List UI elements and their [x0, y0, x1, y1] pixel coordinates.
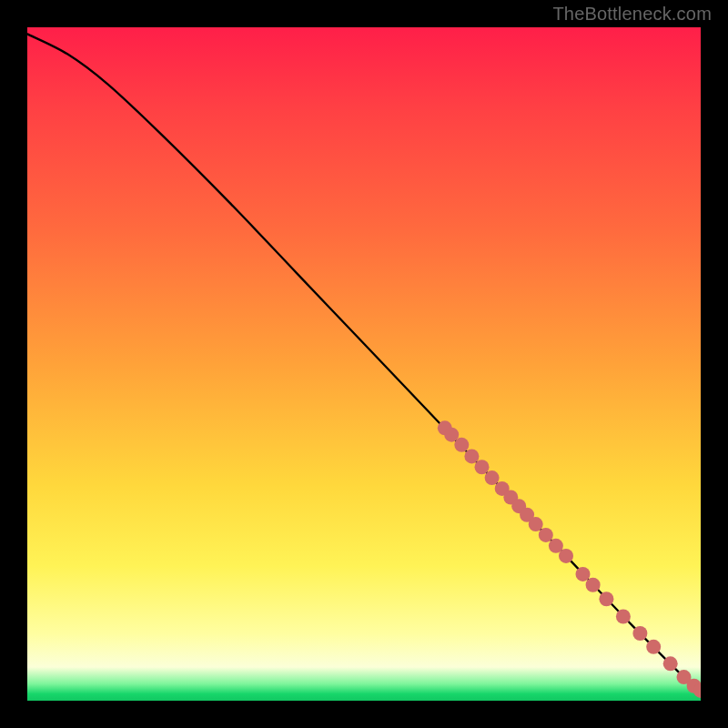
watermark-text: TheBottleneck.com: [552, 4, 712, 25]
data-point: [475, 460, 490, 474]
data-point: [663, 656, 678, 671]
data-point: [539, 528, 553, 542]
data-point: [454, 438, 469, 452]
data-point: [559, 549, 573, 563]
data-point: [464, 449, 479, 463]
plot-area: [27, 27, 701, 701]
chart-svg: [27, 27, 701, 701]
data-point: [586, 578, 601, 592]
data-point: [485, 470, 500, 485]
data-point: [646, 640, 661, 654]
bottleneck-curve: [27, 34, 701, 693]
data-point: [616, 610, 631, 624]
data-point: [576, 567, 591, 581]
data-point: [599, 592, 613, 606]
chart-stage: TheBottleneck.com: [0, 0, 728, 728]
data-point: [529, 517, 543, 531]
data-point: [632, 626, 647, 641]
data-points-group: [438, 420, 701, 698]
